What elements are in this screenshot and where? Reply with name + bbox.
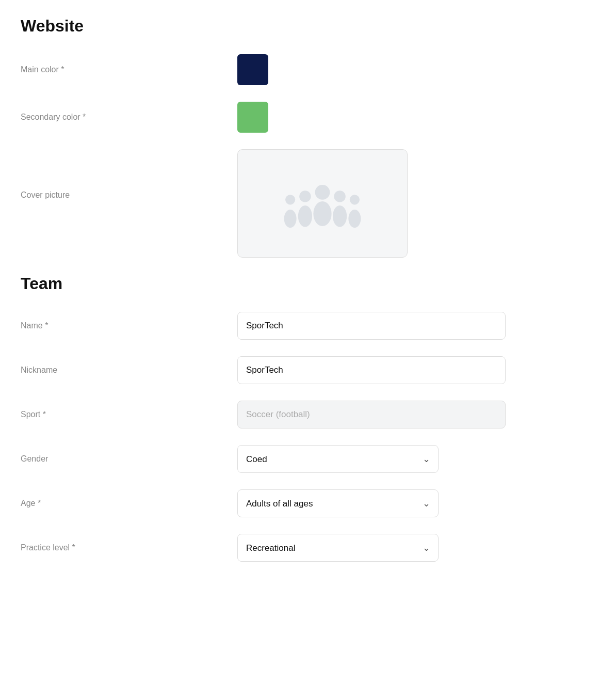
main-color-row: Main color *: [21, 54, 595, 85]
gender-label: Gender: [21, 454, 237, 464]
svg-point-0: [315, 185, 330, 200]
svg-point-1: [313, 201, 331, 226]
nickname-row: Nickname: [21, 356, 595, 384]
nickname-input[interactable]: [237, 356, 506, 384]
age-select-wrapper: Adults of all ages Youth Seniors Mixed ⌄: [237, 489, 439, 517]
gender-control: Coed Male Female Mixed ⌄: [237, 445, 595, 473]
secondary-color-swatch[interactable]: [237, 102, 268, 133]
svg-point-6: [285, 195, 295, 204]
sport-label: Sport *: [21, 410, 237, 419]
main-color-control: [237, 54, 595, 85]
svg-point-3: [298, 205, 312, 227]
sport-control: [237, 401, 595, 429]
main-color-label: Main color *: [21, 65, 237, 74]
svg-point-2: [299, 191, 311, 202]
age-control: Adults of all ages Youth Seniors Mixed ⌄: [237, 489, 595, 517]
practice-level-select[interactable]: Recreational Competitive Professional Am…: [237, 534, 439, 562]
nickname-control: [237, 356, 595, 384]
svg-point-9: [348, 210, 361, 228]
name-control: [237, 312, 595, 340]
team-title: Team: [21, 274, 595, 293]
secondary-color-control: [237, 102, 595, 133]
age-row: Age * Adults of all ages Youth Seniors M…: [21, 489, 595, 517]
svg-point-7: [284, 210, 297, 228]
practice-level-control: Recreational Competitive Professional Am…: [237, 534, 595, 562]
team-placeholder-icon: [281, 172, 364, 234]
gender-select-wrapper: Coed Male Female Mixed ⌄: [237, 445, 439, 473]
svg-point-8: [350, 195, 360, 204]
cover-picture-control: [237, 149, 595, 258]
svg-point-4: [334, 191, 345, 202]
main-color-swatch[interactable]: [237, 54, 268, 85]
gender-row: Gender Coed Male Female Mixed ⌄: [21, 445, 595, 473]
website-title: Website: [21, 17, 595, 36]
secondary-color-label: Secondary color *: [21, 113, 237, 122]
nickname-label: Nickname: [21, 366, 237, 375]
team-section: Team Name * Nickname Sport * Gender Coed…: [21, 274, 595, 562]
website-section: Website Main color * Secondary color * C…: [21, 17, 595, 258]
cover-picture-upload[interactable]: [237, 149, 408, 258]
svg-point-5: [333, 205, 347, 227]
cover-picture-label: Cover picture: [21, 149, 237, 200]
gender-select[interactable]: Coed Male Female Mixed: [237, 445, 439, 473]
name-input[interactable]: [237, 312, 506, 340]
practice-level-label: Practice level *: [21, 543, 237, 552]
cover-picture-row: Cover picture: [21, 149, 595, 258]
age-select[interactable]: Adults of all ages Youth Seniors Mixed: [237, 489, 439, 517]
name-row: Name *: [21, 312, 595, 340]
practice-level-row: Practice level * Recreational Competitiv…: [21, 534, 595, 562]
sport-row: Sport *: [21, 401, 595, 429]
age-label: Age *: [21, 499, 237, 508]
practice-level-select-wrapper: Recreational Competitive Professional Am…: [237, 534, 439, 562]
secondary-color-row: Secondary color *: [21, 102, 595, 133]
sport-input[interactable]: [237, 401, 506, 429]
name-label: Name *: [21, 321, 237, 330]
